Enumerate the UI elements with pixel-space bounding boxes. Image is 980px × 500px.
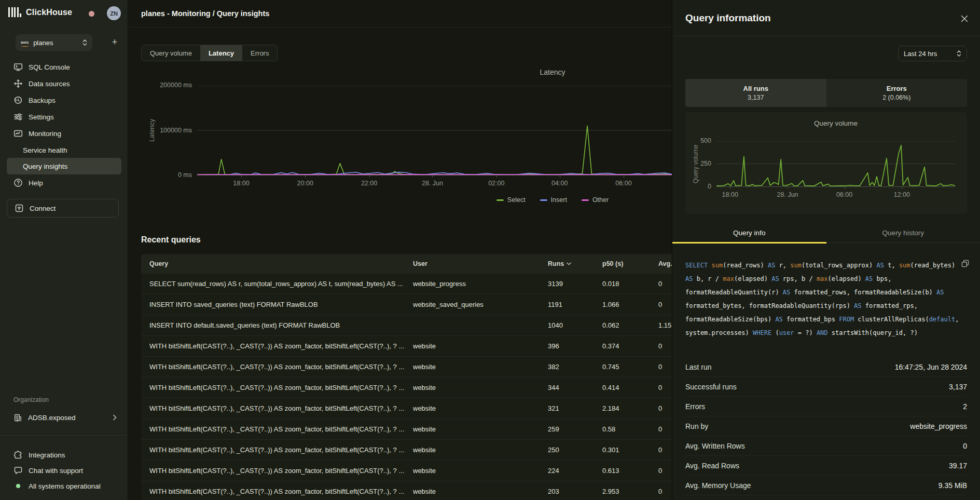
avatar[interactable]: ZN [107,6,121,20]
stat-row: Avg. Memory Usage9.35 MiB [685,476,967,495]
y-axis-tick: 0 ms [178,171,192,179]
brand: ClickHouse [8,7,72,17]
connect-button[interactable]: Connect [7,199,119,218]
recent-queries-title: Recent queries [141,235,201,245]
stat-row: p50 latency0.018s [685,495,967,500]
x-axis-tick: 18:00 [233,180,249,187]
sidebar-item-chat-support[interactable]: Chat with support [7,463,121,478]
legend-swatch [540,199,547,201]
y-axis-tick: 250 [700,160,711,167]
notification-dot-icon[interactable] [89,11,94,17]
brand-name: ClickHouse [26,8,72,17]
sidebar-item-help[interactable]: Help [7,174,121,191]
close-icon[interactable] [960,15,969,23]
history-icon [13,96,23,105]
cell-user: website [413,425,548,433]
stat-row: Successful runs3,137 [685,377,967,397]
sidebar-item-system-status[interactable]: All systems operational [7,478,121,494]
column-header-user[interactable]: User [413,260,548,267]
cell-user: website [413,363,548,371]
cell-query: WITH bitShiftLeft(CAST(?..), _CAST(?..))… [141,384,413,391]
cell-query: WITH bitShiftLeft(CAST(?..), _CAST(?..))… [141,488,413,495]
cell-runs: 203 [548,488,602,495]
sidebar-item-label: Chat with support [29,467,83,475]
cell-user: website [413,488,548,495]
tab-latency[interactable]: Latency [200,45,242,61]
stat-label: Errors [685,402,705,411]
column-header-runs[interactable]: Runs [548,260,602,267]
sidebar-item-sql-console[interactable]: SQL Console [7,59,121,75]
chat-bubble-icon [13,466,23,475]
terminal-icon [13,62,23,72]
cell-user: website [413,404,548,412]
organization-switcher[interactable]: ADSB.exposed [7,409,121,426]
chart-svg [716,141,955,186]
tab-query-info[interactable]: Query info [672,223,826,242]
stat-value: 16:47:25, Jun 28 2024 [895,363,967,371]
legend-item-other[interactable]: Other [582,196,609,204]
sidebar-item-settings[interactable]: Settings [7,109,121,125]
cell-user: website [413,467,548,475]
legend-label: Insert [551,196,567,204]
x-axis-tick: 06:00 [615,180,631,187]
chevron-updown-icon [957,50,961,57]
cell-p50: 2.953 [602,488,658,495]
code-line: formatReadableQuantity(r) AS formatted_r… [685,286,970,299]
sidebar: ClickHouse ZN aws planes + SQL Console D… [0,0,128,500]
segment-all-runs[interactable]: All runs 3,137 [685,79,826,107]
sidebar-item-data-sources[interactable]: Data sources [7,75,121,92]
sql-code: SELECT sum(read_rows) AS r, sum(total_ro… [685,259,970,340]
cell-query: INSERT INTO default.saved_queries (text)… [141,321,413,329]
help-icon [13,178,23,187]
sliders-icon [13,112,23,121]
y-axis-tick: 100000 ms [160,127,192,134]
axis-tick-mark [902,187,902,189]
column-header-p50[interactable]: p50 (s) [602,260,658,267]
column-header-query[interactable]: Query [141,260,413,267]
legend-swatch [496,199,504,201]
x-axis-tick: 28. Jun [422,180,443,187]
chevron-right-icon [112,414,117,421]
add-service-button[interactable]: + [108,36,121,48]
sidebar-item-monitoring[interactable]: Monitoring [7,125,121,142]
segment-errors[interactable]: Errors 2 (0.06%) [826,79,968,107]
sidebar-item-label: SQL Console [29,63,70,71]
time-range-value: Last 24 hrs [904,50,951,58]
x-axis-tick: 04:00 [551,180,568,187]
data-sources-icon [13,79,23,88]
stat-row: Errors2 [685,397,967,416]
plot-area[interactable] [716,141,955,187]
legend-item-insert[interactable]: Insert [540,196,567,204]
sidebar-item-backups[interactable]: Backups [7,92,121,109]
tab-query-volume[interactable]: Query volume [142,45,200,61]
y-axis-ticks: 0250500 [685,112,711,214]
cell-runs: 1040 [548,321,602,329]
stat-value: 2 [963,402,967,411]
legend-swatch [582,199,589,201]
cell-runs: 3139 [548,280,602,288]
cell-p50: 0.301 [602,446,658,454]
query-information-panel: Query information Last 24 hrs All runs 3… [672,0,980,500]
stat-value: 9.35 MiB [938,481,967,490]
panel-tabs: Query info Query history [672,223,980,243]
axis-tick-mark [845,187,845,189]
cell-user: website_progress [413,280,548,288]
cell-p50: 0.374 [602,342,658,350]
tab-errors[interactable]: Errors [242,45,277,61]
copy-icon[interactable] [961,260,970,268]
cell-user: website [413,384,548,391]
cell-query: WITH bitShiftLeft(CAST(?..), _CAST(?..))… [141,363,413,371]
sidebar-item-query-insights[interactable]: Query insights [7,158,121,174]
sidebar-item-service-health[interactable]: Service health [7,142,121,158]
organization-name: ADSB.exposed [28,414,76,422]
chart-tab-group: Query volume Latency Errors [141,45,278,61]
axis-tick-mark [432,175,433,178]
service-selector[interactable]: aws planes [16,34,92,51]
time-range-select[interactable]: Last 24 hrs [898,46,967,61]
stat-row: Avg. Read Rows39.17 [685,456,967,476]
sidebar-item-integrations[interactable]: Integrations [7,447,121,463]
legend-item-select[interactable]: Select [496,196,526,204]
cell-runs: 224 [548,467,602,475]
tab-query-history[interactable]: Query history [826,223,980,242]
cell-query: WITH bitShiftLeft(CAST(?..), _CAST(?..))… [141,404,413,412]
